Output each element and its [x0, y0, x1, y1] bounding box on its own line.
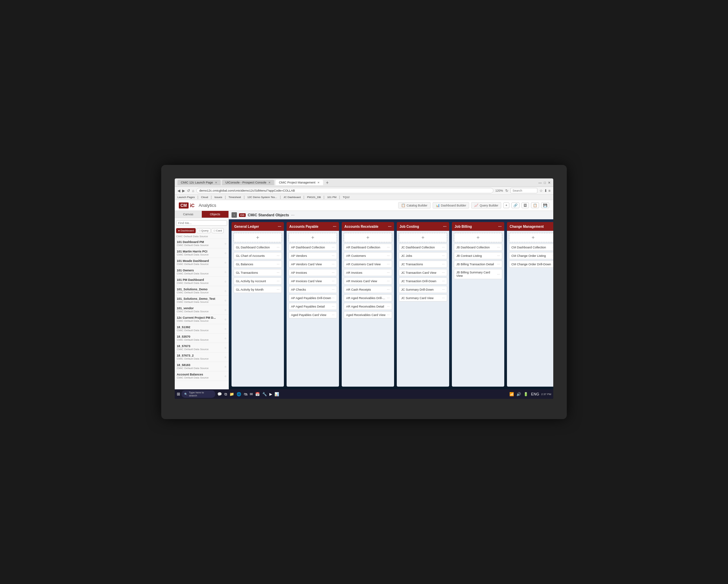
catalog-builder-button[interactable]: 📋 Catalog Builder: [398, 202, 431, 209]
bookmark-12c-demo[interactable]: 12C Demo System Tes...: [247, 196, 277, 199]
card-filter-button[interactable]: □ Card: [212, 228, 224, 233]
bookmark-cloud[interactable]: Cloud: [201, 196, 208, 199]
list-item[interactable]: GL Transactions···: [234, 269, 282, 276]
list-item[interactable]: 101 Dashboard PM CMiC Default Data Sourc…: [175, 239, 228, 248]
list-item[interactable]: 101_vendor CMiC Default Data Source ○: [175, 305, 228, 315]
share-action-button[interactable]: 🔗: [511, 202, 519, 208]
list-item[interactable]: JC Dashboard Collection···: [399, 244, 447, 251]
add-to-ar-button[interactable]: +: [344, 233, 392, 242]
list-item[interactable]: JB Billing Transaction Detail···: [454, 261, 502, 268]
list-item[interactable]: Account Balances CMiC Default Data Sourc…: [175, 371, 228, 381]
app1-icon[interactable]: 🔧: [262, 392, 268, 396]
copy-action-button[interactable]: 📋: [531, 202, 539, 208]
list-item[interactable]: CM Change Order Listing···: [509, 252, 553, 259]
item-more-icon[interactable]: ···: [332, 288, 335, 291]
item-more-icon[interactable]: ···: [332, 245, 335, 249]
list-item[interactable]: AP Checks···: [289, 286, 337, 293]
list-item[interactable]: JC Transaction Card View···: [399, 269, 447, 276]
list-item[interactable]: JB Dashboard Collection···: [454, 244, 502, 251]
list-item[interactable]: GL Chart of Accounts···: [234, 252, 282, 259]
list-item[interactable]: 101_Solutions_Demo_Test CMiC Default Dat…: [175, 296, 228, 305]
list-item[interactable]: 101 Meade Dashboard CMiC Default Data So…: [175, 258, 228, 267]
url-input[interactable]: [196, 188, 493, 193]
add-to-gl-button[interactable]: +: [234, 233, 282, 242]
item-more-icon[interactable]: ···: [277, 262, 280, 266]
list-item[interactable]: 18_57673 CMiC Default Data Source ○: [175, 343, 228, 352]
item-more-icon[interactable]: ···: [442, 254, 445, 258]
list-item[interactable]: AP Invoices···: [289, 269, 337, 276]
list-item[interactable]: CM Change Order Drill-Down···: [509, 261, 553, 268]
item-more-icon[interactable]: ···: [387, 245, 390, 249]
column-more-jb[interactable]: ···: [498, 224, 502, 229]
list-item[interactable]: AR Invoices···: [344, 269, 392, 276]
item-more-icon[interactable]: ···: [332, 271, 335, 274]
list-item[interactable]: 101_Solutions_Demo CMiC Default Data Sou…: [175, 286, 228, 296]
app3-icon[interactable]: 📊: [274, 392, 280, 396]
list-item[interactable]: GL Dashboard Collection···: [234, 244, 282, 251]
item-more-icon[interactable]: ···: [387, 279, 390, 283]
list-item[interactable]: JB Contract Listing···: [454, 252, 502, 259]
list-item[interactable]: AR Aged Receivables Drill-...···: [344, 294, 392, 301]
item-more-icon[interactable]: ···: [497, 245, 500, 249]
tab-close-icon[interactable]: ✕: [268, 181, 271, 184]
bookmark-jc-dashboard[interactable]: JC Dashboard: [284, 196, 301, 199]
item-more-icon[interactable]: ···: [387, 313, 390, 317]
item-more-icon[interactable]: ···: [442, 296, 445, 300]
list-item[interactable]: AR Aged Receivables Detail···: [344, 303, 392, 310]
battery-icon[interactable]: 🔋: [523, 392, 529, 396]
volume-icon[interactable]: 🔊: [516, 392, 522, 396]
add-to-ap-button[interactable]: +: [289, 233, 337, 242]
list-item[interactable]: 101 Martin Harris PCI CMiC Default Data …: [175, 248, 228, 258]
add-to-jb-button[interactable]: +: [454, 233, 502, 242]
browser-search-input[interactable]: [510, 188, 537, 193]
list-item[interactable]: Aged Payables Card View···: [289, 311, 337, 318]
list-item[interactable]: AP Dashboard Collection···: [289, 244, 337, 251]
dashboard-builder-button[interactable]: 📊 Dashboard Builder: [433, 202, 469, 209]
list-item[interactable]: AR Invoices Card View···: [344, 277, 392, 285]
item-more-icon[interactable]: ···: [387, 288, 390, 291]
refresh-small-button[interactable]: ↻: [505, 189, 508, 193]
list-item[interactable]: JC Transaction Drill-Down···: [399, 277, 447, 285]
add-action-button[interactable]: +: [503, 202, 509, 208]
save-action-button[interactable]: 💾: [541, 202, 549, 208]
network-icon[interactable]: 📶: [509, 392, 515, 396]
add-to-cm-button[interactable]: +: [509, 233, 553, 242]
tab-cmic-project[interactable]: CMiC Project Management ✕: [275, 180, 323, 185]
column-more-ap[interactable]: ···: [333, 224, 336, 229]
item-more-icon[interactable]: ···: [497, 272, 500, 276]
list-item[interactable]: AP Aged Payables Detail···: [289, 303, 337, 310]
list-item[interactable]: 18_53570 CMiC Default Data Source ○: [175, 334, 228, 343]
list-item[interactable]: GL Balances···: [234, 261, 282, 268]
objects-tab[interactable]: Objects: [202, 211, 229, 218]
column-more-ar[interactable]: ···: [388, 224, 391, 229]
item-more-icon[interactable]: ···: [277, 254, 280, 258]
tab-close-icon[interactable]: ✕: [215, 181, 217, 184]
item-more-icon[interactable]: ···: [387, 271, 390, 274]
home-button[interactable]: ⌂: [192, 189, 194, 193]
bookmark-issues[interactable]: Issues: [214, 196, 222, 199]
list-item[interactable]: JB Billing Summary Card View···: [454, 269, 502, 279]
list-item[interactable]: JC Jobs···: [399, 252, 447, 259]
add-to-jc-button[interactable]: +: [399, 233, 447, 242]
maximize-button[interactable]: □: [544, 181, 546, 185]
list-item[interactable]: GL Activity by Month···: [234, 286, 282, 293]
new-tab-button[interactable]: +: [324, 180, 330, 185]
item-more-icon[interactable]: ···: [497, 262, 500, 266]
item-more-icon[interactable]: ···: [387, 305, 390, 308]
item-more-icon[interactable]: ···: [277, 279, 280, 283]
list-item[interactable]: AR Customers Card View···: [344, 261, 392, 268]
tab-launch-page[interactable]: CMiC 12c Launch Page ✕: [177, 180, 221, 185]
bookmark-timesheet[interactable]: Timesheet: [228, 196, 241, 199]
item-more-icon[interactable]: ···: [387, 262, 390, 266]
star-icon[interactable]: ☆: [539, 189, 543, 193]
image-action-button[interactable]: 🖼: [521, 202, 529, 208]
taskbar-clock[interactable]: 2:37 PM: [541, 393, 551, 396]
item-more-icon[interactable]: ···: [277, 288, 280, 291]
item-more-icon[interactable]: ···: [332, 279, 335, 283]
list-item[interactable]: 12c Current Project PM D... CMiC Default…: [175, 315, 228, 324]
refresh-button[interactable]: ↺: [187, 189, 190, 193]
item-more-icon[interactable]: ···: [442, 288, 445, 291]
item-more-icon[interactable]: ···: [332, 305, 335, 308]
menu-icon[interactable]: ≡: [549, 189, 551, 193]
collapse-sidebar-button[interactable]: ‹: [232, 212, 237, 218]
